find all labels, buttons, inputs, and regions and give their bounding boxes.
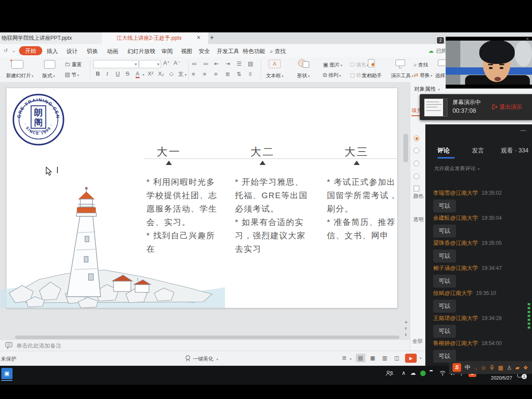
hidden-icons-chevron[interactable]: ∧ <box>402 370 406 376</box>
menu-devtools[interactable]: 开发工具 <box>217 48 239 55</box>
scroll-up-icon[interactable]: ▲ <box>404 320 408 324</box>
slide-sorter-button[interactable]: ▦ <box>368 354 377 362</box>
save-icon[interactable]: ↺ <box>3 48 8 54</box>
longre-logo[interactable]: LONGRE TRAINING CENTER · SINCE 1999 · 朗 … <box>12 93 65 146</box>
ime-mic-icon[interactable] <box>490 364 494 371</box>
menu-find[interactable]: ⌕ 查找 <box>270 48 286 55</box>
notes-bar[interactable]: 单击此处添加备注 <box>0 339 410 351</box>
exit-presentation-button[interactable]: 退出演示 <box>491 103 522 111</box>
wifi-tray-icon[interactable] <box>439 370 446 376</box>
fill-radio-3[interactable] <box>414 161 419 166</box>
document-tab-2-active[interactable]: 江大线上讲座2-王超予.pptx <box>102 32 208 44</box>
layout-button[interactable]: 版式▾ <box>42 73 55 79</box>
menu-design[interactable]: 设计 <box>66 48 78 55</box>
align-text-icon[interactable]: ▤ <box>248 60 253 67</box>
chat-permission-dropdown[interactable]: 允许观众发表评论 ▾ <box>434 165 479 172</box>
italic-button[interactable]: I <box>106 70 108 77</box>
chat-tab-watch[interactable]: 观看 · 334 <box>501 147 529 155</box>
timeline-label-year1[interactable]: 大一 <box>157 145 181 159</box>
ime-toolbox-icon[interactable]: ❖ <box>523 364 528 371</box>
ime-chinese-mode-icon[interactable]: 中 <box>465 364 470 371</box>
taskbar-app-icon[interactable]: ▣ <box>1 368 13 379</box>
people-tray-icon[interactable] <box>386 370 393 376</box>
document-tab-1[interactable]: 物联网学院线上讲座PPT.pptx <box>0 32 109 44</box>
ime-account-icon[interactable]: ♙ <box>507 364 512 371</box>
timeline-label-year2[interactable]: 大二 <box>250 145 275 159</box>
replace-button[interactable]: ⇄ 替换▾ <box>414 72 432 79</box>
vertical-scrollbar[interactable] <box>403 134 408 162</box>
ime-keyboard-icon[interactable]: ▦ <box>498 364 503 371</box>
fill-radio-selected[interactable] <box>414 136 419 141</box>
textbox-button[interactable]: 文本框▾ <box>266 73 284 79</box>
onedrive-cloud-icon[interactable]: ☁ <box>410 370 416 376</box>
present-tools-button[interactable]: 演示工具▾ <box>391 73 413 79</box>
sogou-logo-icon[interactable]: S <box>453 363 461 372</box>
chat-tab-speak[interactable]: 发言 <box>472 147 484 155</box>
underline-button[interactable]: U <box>116 70 120 77</box>
increase-indent-icon[interactable]: ⇥ <box>225 60 230 67</box>
reading-view-button[interactable]: ▥ <box>380 354 390 362</box>
font-increase-icon[interactable]: A⁺ <box>163 60 170 66</box>
antivirus-tray-icon[interactable] <box>420 370 426 376</box>
menu-transition[interactable]: 切换 <box>87 48 98 55</box>
notification-badge-2[interactable]: 2 <box>437 37 444 44</box>
slide[interactable]: LONGRE TRAINING CENTER · SINCE 1999 · 朗 … <box>6 88 398 308</box>
align-right-icon[interactable]: ≡ <box>214 71 218 77</box>
customize-toolbar-icon[interactable]: ⌄ <box>12 48 16 54</box>
bold-button[interactable]: B <box>96 70 100 77</box>
line-spacing-icon[interactable]: ⇅ <box>237 71 241 77</box>
strikethrough-button[interactable]: S <box>126 70 130 77</box>
section-button[interactable]: ▤ 节▾ <box>65 71 79 78</box>
ime-emoji-icon[interactable]: ☺ <box>481 364 486 371</box>
timeline-label-year3[interactable]: 大三 <box>345 145 369 159</box>
new-slide-button[interactable]: 新建幻灯片▾ <box>6 73 34 79</box>
fill-radio-4[interactable] <box>414 174 419 179</box>
font-color-button[interactable]: A <box>136 70 139 78</box>
paragraph-spacing-icon[interactable]: ⇳ <box>248 71 253 77</box>
fill-button[interactable]: ⬠ 填充▾ <box>350 61 369 68</box>
picture-button[interactable]: ▣ 图片▾ <box>323 61 342 68</box>
fill-checkbox[interactable] <box>414 186 419 191</box>
superscript-button[interactable]: X² <box>148 70 153 77</box>
lighthouse-illustration[interactable] <box>0 185 225 308</box>
bullet-list-icon[interactable]: ≔ <box>192 60 197 67</box>
font-family-select[interactable]: ▾ <box>93 60 139 68</box>
menu-home[interactable]: 开始 <box>19 46 42 55</box>
previous-slide-icon[interactable]: ⇞ <box>404 326 408 331</box>
menu-animation[interactable]: 动画 <box>107 48 118 55</box>
numbered-list-icon[interactable]: ≕ <box>203 60 209 67</box>
play-options-icon[interactable]: ▾ <box>420 356 421 360</box>
reset-button[interactable]: 🗀 重置 <box>65 61 82 68</box>
next-slide-icon[interactable]: ⇟ <box>404 332 408 337</box>
decrease-indent-icon[interactable]: ⇤ <box>214 60 219 67</box>
menu-slideshow[interactable]: 幻灯片放映 <box>127 48 155 55</box>
normal-view-button[interactable]: ▤ <box>356 354 365 362</box>
ime-punctuation-icon[interactable]: ·, <box>474 364 477 371</box>
menu-review[interactable]: 审阅 <box>162 48 173 55</box>
beautify-button[interactable]: 一键美化 ▾ <box>185 355 218 363</box>
menu-view[interactable]: 视图 <box>181 48 192 55</box>
tab-close-icon[interactable]: ✕ <box>196 35 201 41</box>
doc-assistant-button[interactable]: 文档助手 <box>362 73 382 79</box>
bullets-year2[interactable]: * 开始学习雅思、托福、GRE等出国必须考试。* 如果有合适的实习，强烈建议大家… <box>235 175 309 256</box>
menu-features[interactable]: 特色功能 <box>243 48 265 55</box>
webcam-close-icon[interactable]: ✕ <box>526 36 529 42</box>
font-size-select[interactable]: ▾ <box>139 60 161 68</box>
chat-minimize-icon[interactable]: — <box>520 127 526 133</box>
text-tools-button[interactable]: 支 <box>178 70 184 78</box>
clear-format-icon[interactable]: ◇ <box>169 70 174 77</box>
justify-icon[interactable]: ≣ <box>225 71 230 77</box>
horizontal-scrollbar[interactable] <box>15 336 399 339</box>
text-direction-icon[interactable]: ☰ <box>237 60 242 67</box>
ime-skin-icon[interactable]: ▰ <box>515 364 519 371</box>
bullets-year3[interactable]: * 考试正式参加出国留学所需考试，刷分。* 准备简历、推荐信、文书、网申 <box>327 175 401 242</box>
find-button[interactable]: ⌕ 查找 <box>414 61 428 68</box>
chat-tab-comments[interactable]: 评论 <box>437 147 450 155</box>
subscript-button[interactable]: X₂ <box>158 70 164 77</box>
properties-title[interactable]: 对象属性 ▾ <box>414 86 440 93</box>
arrange-button[interactable]: ⧉ 排列▾ <box>323 72 341 79</box>
slideshow-view-button[interactable]: ◫ <box>392 354 402 362</box>
shapes-button[interactable]: 形状▾ <box>297 73 310 79</box>
align-center-icon[interactable]: ≡ <box>192 71 195 77</box>
fill-radio-2[interactable] <box>414 148 419 153</box>
